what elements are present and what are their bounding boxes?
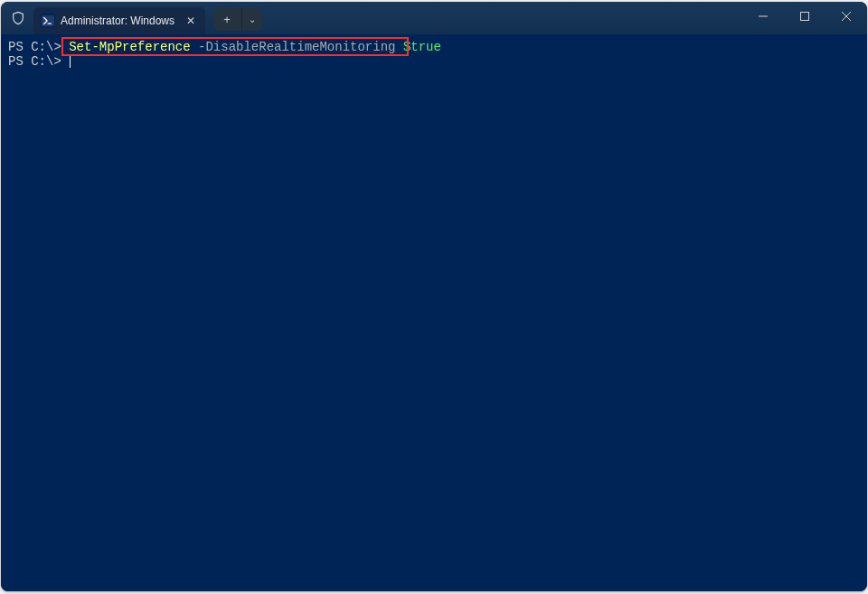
titlebar[interactable]: Administrator: Windows Powe ✕ + ⌄ [1,2,867,34]
tab-close-button[interactable]: ✕ [184,14,198,28]
value-token: $true [403,40,441,54]
terminal-body[interactable]: PS C:\> Set-MpPreference -DisableRealtim… [1,34,867,591]
svg-rect-3 [801,13,809,21]
prompt-text: PS C:\> [8,54,69,69]
cmdlet-token: Set-MpPreference [69,40,190,54]
maximize-button[interactable] [784,2,826,31]
tab-dropdown-button[interactable]: ⌄ [241,7,261,31]
close-window-button[interactable] [826,2,867,31]
minimize-button[interactable] [742,2,784,31]
new-tab-button[interactable]: + [214,7,240,31]
terminal-line: PS C:\> Set-MpPreference -DisableRealtim… [8,40,860,54]
shield-icon [10,10,26,26]
svg-rect-0 [42,15,54,26]
tab-powershell[interactable]: Administrator: Windows Powe ✕ [33,7,205,34]
terminal-window: Administrator: Windows Powe ✕ + ⌄ PS [1,2,867,591]
text-cursor [70,55,71,68]
powershell-icon [41,14,55,28]
param-token: -DisableRealtimeMonitoring [191,40,403,54]
prompt-text: PS C:\> [8,40,69,54]
tab-actions-group: + ⌄ [214,7,261,31]
window-controls [742,2,867,34]
tab-title: Administrator: Windows Powe [61,14,178,27]
terminal-line: PS C:\> [8,54,860,69]
